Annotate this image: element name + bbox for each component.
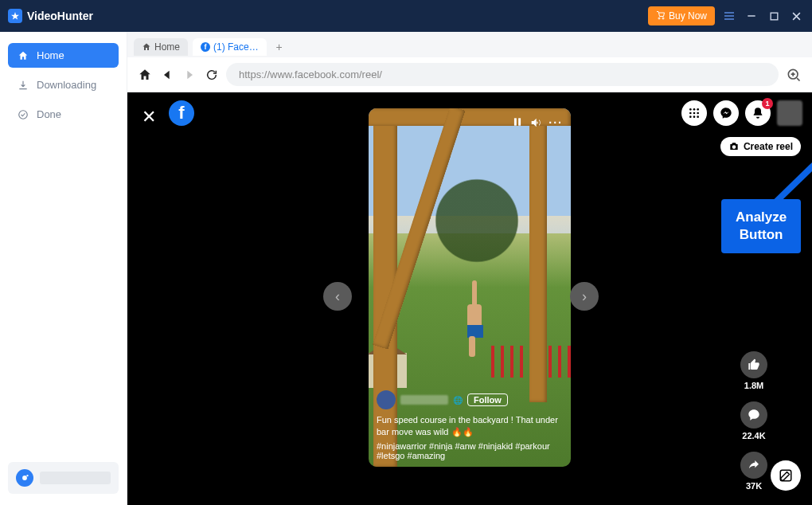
comment-count: 22.4K (742, 431, 765, 440)
public-icon: 🌐 (453, 396, 463, 405)
share-action[interactable]: 37K (740, 452, 767, 491)
like-count: 1.8M (744, 381, 763, 390)
apps-icon[interactable] (681, 100, 707, 126)
buy-now-button[interactable]: Buy Now (648, 6, 715, 25)
reel-video[interactable]: ··· 🌐 Follow Fun speed course in the bac… (369, 108, 571, 467)
nav-forward-button[interactable] (182, 67, 197, 83)
tab-home[interactable]: Home (134, 38, 188, 56)
svg-rect-0 (771, 13, 778, 20)
comment-action[interactable]: 22.4K (740, 401, 767, 440)
svg-point-12 (693, 115, 696, 118)
reel-caption: Fun speed course in the backyard ! That … (377, 414, 563, 438)
nav-home-button[interactable] (137, 67, 153, 83)
next-reel-button[interactable]: › (570, 282, 599, 311)
nav-back-button[interactable] (159, 67, 175, 83)
analyze-button[interactable] (785, 66, 802, 84)
create-reel-label: Create reel (744, 141, 793, 152)
tab-label: Home (154, 41, 180, 53)
like-action[interactable]: 1.8M (740, 351, 767, 390)
video-viewer: ✕ f 1 Create reel ‹ › (127, 92, 812, 505)
main-panel: Home f (1) Face… + (127, 32, 812, 505)
author-name[interactable] (400, 395, 448, 405)
sidebar-item-label: Downloading (37, 79, 96, 91)
camera-icon (728, 141, 740, 152)
profile-avatar[interactable] (777, 100, 802, 126)
svg-point-3 (26, 475, 28, 476)
buy-now-label: Buy Now (669, 10, 707, 22)
author-avatar[interactable] (377, 390, 396, 409)
prev-reel-button[interactable]: ‹ (323, 282, 352, 311)
svg-point-1 (19, 110, 28, 119)
facebook-top-icons: 1 (681, 100, 802, 126)
notification-badge: 1 (762, 98, 773, 109)
footer-logo-icon (16, 469, 33, 487)
close-button[interactable] (788, 8, 804, 24)
close-icon[interactable]: ✕ (142, 107, 156, 127)
sidebar-footer[interactable] (8, 462, 119, 494)
svg-point-2 (22, 476, 27, 480)
pause-icon[interactable] (512, 116, 523, 131)
edit-fab[interactable] (771, 460, 801, 491)
reload-button[interactable] (204, 67, 220, 83)
svg-rect-16 (780, 470, 791, 481)
annotation-text-1: Analyze (736, 209, 787, 226)
volume-icon[interactable] (529, 116, 542, 131)
svg-rect-15 (518, 118, 521, 125)
comment-icon (740, 401, 767, 429)
tab-facebook[interactable]: f (1) Face… (193, 38, 267, 56)
sidebar-item-home[interactable]: Home (8, 43, 119, 68)
app-title: VideoHunter (27, 10, 93, 22)
browser-toolbar (127, 57, 812, 92)
svg-point-9 (693, 112, 696, 115)
reel-hashtags: #ninjawarrior #ninja #anw #ninjakid #par… (377, 441, 563, 460)
minimize-button[interactable] (744, 8, 759, 24)
maximize-button[interactable] (766, 8, 782, 24)
svg-point-10 (697, 112, 699, 115)
titlebar: VideoHunter Buy Now (0, 0, 812, 32)
done-icon (18, 109, 29, 120)
home-icon (142, 42, 151, 52)
create-reel-button[interactable]: Create reel (720, 137, 801, 156)
annotation-callout: Analyze Button (721, 199, 801, 253)
sidebar-item-downloading[interactable]: Downloading (8, 72, 119, 97)
sidebar-item-label: Home (37, 49, 64, 61)
analyze-icon (786, 67, 802, 83)
svg-point-13 (697, 115, 699, 118)
url-input[interactable] (226, 63, 779, 86)
annotation-text-2: Button (736, 226, 787, 244)
share-count: 37K (746, 481, 762, 491)
cart-icon (656, 11, 666, 21)
svg-point-7 (697, 108, 699, 111)
menu-icon[interactable] (721, 8, 737, 24)
sidebar-item-done[interactable]: Done (8, 102, 119, 127)
tab-label: (1) Face… (213, 41, 259, 53)
sidebar-item-label: Done (37, 108, 61, 120)
like-icon (740, 351, 767, 378)
svg-rect-14 (514, 118, 517, 125)
facebook-icon: f (201, 42, 210, 52)
follow-button[interactable]: Follow (467, 393, 508, 406)
reel-info: 🌐 Follow Fun speed course in the backyar… (377, 390, 563, 460)
new-tab-button[interactable]: + (271, 39, 287, 55)
edit-icon (779, 468, 793, 483)
more-icon[interactable]: ··· (548, 116, 563, 131)
svg-point-8 (689, 112, 692, 115)
footer-placeholder (40, 472, 111, 484)
home-icon (18, 50, 29, 61)
notifications-icon[interactable]: 1 (745, 100, 771, 126)
share-icon (740, 452, 767, 479)
video-controls: ··· (512, 116, 563, 131)
logo-icon (8, 9, 22, 23)
sidebar: Home Downloading Done (0, 32, 127, 505)
facebook-logo[interactable]: f (169, 100, 194, 126)
app-logo: VideoHunter (8, 9, 93, 23)
download-icon (18, 80, 29, 91)
svg-point-5 (689, 108, 692, 111)
tabbar: Home f (1) Face… + (127, 32, 812, 57)
svg-point-11 (689, 115, 692, 118)
svg-point-6 (693, 108, 696, 111)
reel-actions: 1.8M 22.4K 37K (740, 351, 767, 491)
messenger-icon[interactable] (713, 100, 739, 126)
